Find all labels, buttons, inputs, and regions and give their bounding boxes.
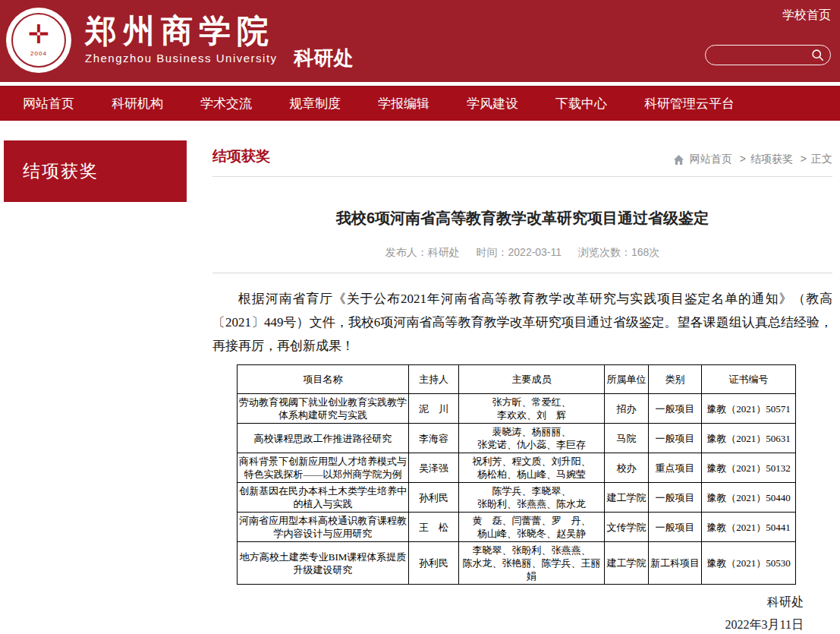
table-header-cell: 主持人: [409, 365, 459, 394]
search-icon[interactable]: [811, 49, 824, 62]
university-name-cn: 郑州商学院: [85, 14, 278, 49]
cell-unit: 招办: [605, 394, 649, 424]
cell-certificate: 豫教（2021）50132: [702, 453, 796, 483]
nav-item[interactable]: 下载中心: [555, 95, 607, 112]
nav-item[interactable]: 科研机构: [112, 95, 163, 112]
cell-category: 一般项目: [649, 394, 702, 424]
article-publisher: 发布人：科研处: [385, 246, 460, 258]
signature-date: 2022年3月11日: [212, 617, 832, 633]
breadcrumb-separator: >: [740, 153, 746, 165]
nav-item[interactable]: 网站首页: [23, 95, 74, 112]
cell-certificate: 豫教（2021）50441: [702, 513, 796, 542]
cell-members: 李晓翠、张盼利、张燕燕、 陈水龙、张艳丽、陈学兵、王丽娟: [459, 542, 605, 585]
breadcrumb-link[interactable]: 正文: [811, 153, 832, 165]
signature: 科研处: [212, 595, 832, 610]
cell-host: 王 松: [409, 513, 459, 542]
cell-host: 孙利民: [409, 542, 459, 585]
cell-certificate: 豫教（2021）50440: [702, 483, 796, 513]
department-name: 科研处: [294, 45, 354, 73]
cell-unit: 建工学院: [605, 542, 649, 585]
cell-unit: 建工学院: [605, 483, 649, 513]
table-row: 地方高校土建类专业BIM课程体系提质 升级建设研究 孙利民 李晓翠、张盼利、张燕…: [238, 542, 796, 585]
logo-year: 2004: [6, 50, 71, 57]
cell-members: 祝利芳、程文质、刘升阳、 杨松柏、杨山峰、马婉莹: [459, 453, 605, 483]
section-head: 结项获奖 网站首页 >结项获奖 >正文: [212, 140, 832, 177]
sidebar-item-completion-awards[interactable]: 结项获奖: [4, 140, 187, 202]
cell-unit: 文传学院: [605, 513, 649, 542]
search-input[interactable]: [715, 49, 811, 61]
nav-item[interactable]: 学报编辑: [378, 95, 429, 112]
nav-item[interactable]: 学风建设: [467, 95, 518, 112]
cell-project-name: 创新基因在民办本科土木类学生培养中 的植入与实践: [238, 483, 409, 513]
sidebar: 结项获奖: [4, 140, 187, 202]
cell-project-name: 河南省应用型本科高校通识教育课程教 学内容设计与应用研究: [238, 513, 409, 542]
table-row: 劳动教育视阈下就业创业教育实践教学 体系构建研究与实践 泥 川 张方昕、常爱红、…: [238, 394, 796, 424]
article-title: 我校6项河南省高等教育教学改革研究项目通过省级鉴定: [212, 208, 832, 229]
cell-category: 一般项目: [649, 513, 702, 542]
university-logo-icon: ✛ 2004: [6, 8, 71, 73]
school-home-link[interactable]: 学校首页: [782, 8, 831, 24]
breadcrumb-items: 网站首页 >结项获奖 >正文: [690, 153, 832, 166]
cell-category: 一般项目: [649, 424, 702, 453]
university-name-en: Zhengzhou Business University: [85, 52, 278, 65]
cell-members: 黄 磊、闫蕾蕾、罗 丹、 杨山峰、张晓冬、赵吴静: [459, 513, 605, 542]
article-paragraph: 根据河南省育厅《关于公布2021年河南省高等教育教学改革研究与实践项目鉴定名单的…: [212, 287, 832, 358]
nav-item[interactable]: 规章制度: [289, 95, 341, 112]
table-header-row: 项目名称 主持人 主要成员 所属单位 类别 证书编号: [238, 365, 796, 394]
nav-item[interactable]: 学术交流: [200, 95, 252, 112]
projects-table: 项目名称 主持人 主要成员 所属单位 类别 证书编号: [237, 364, 796, 585]
cell-certificate: 豫教（2021）50571: [702, 394, 796, 424]
cell-host: 李海容: [409, 424, 459, 453]
article-meta: 发布人：科研处 时间：2022-03-11 浏览次数：168次: [212, 246, 832, 260]
cell-members: 裴晓涛、杨丽丽、 张党诺、仇小蕊、李巨存: [459, 424, 605, 453]
cell-unit: 校办: [605, 453, 649, 483]
brand-text: 郑州商学院 Zhengzhou Business University: [85, 8, 278, 65]
table-row: 创新基因在民办本科土木类学生培养中 的植入与实践 孙利民 陈学兵、李晓翠、 张盼…: [238, 483, 796, 513]
article-views: 浏览次数：168次: [578, 246, 659, 258]
article-time: 时间：2022-03-11: [477, 246, 562, 258]
table-header-cell: 证书编号: [702, 365, 796, 394]
nav-item[interactable]: 科研管理云平台: [644, 95, 735, 112]
cell-unit: 马院: [605, 424, 649, 453]
table-header-cell: 主要成员: [459, 365, 605, 394]
main-panel: 结项获奖 网站首页 >结项获奖 >正文 我校6项河南省高等教育教学改革研究项目通…: [212, 140, 832, 634]
table-header-cell: 所属单位: [605, 365, 649, 394]
breadcrumb-separator: >: [801, 153, 807, 165]
table-row: 高校课程思政工作推进路径研究 李海容 裴晓涛、杨丽丽、 张党诺、仇小蕊、李巨存 …: [238, 424, 796, 453]
article: 我校6项河南省高等教育教学改革研究项目通过省级鉴定 发布人：科研处 时间：202…: [212, 208, 832, 634]
table-row: 商科背景下创新应用型人才培养模式与 特色实践探析——以郑州商学院为例 吴泽强 祝…: [238, 453, 796, 483]
cell-project-name: 劳动教育视阈下就业创业教育实践教学 体系构建研究与实践: [238, 394, 409, 424]
breadcrumb-link[interactable]: 网站首页: [690, 153, 732, 165]
logo-emblem-icon: ✛: [6, 20, 71, 49]
cell-host: 吴泽强: [409, 453, 459, 483]
section-title: 结项获奖: [212, 147, 270, 166]
cell-members: 陈学兵、李晓翠、 张盼利、张燕燕、陈水龙: [459, 483, 605, 513]
main-nav: 网站首页 科研机构 学术交流 规章制度 学报编辑 学风建设 下载中心 科研管理云…: [0, 86, 840, 121]
cell-certificate: 豫教（2021）50631: [702, 424, 796, 453]
cell-project-name: 地方高校土建类专业BIM课程体系提质 升级建设研究: [238, 542, 409, 585]
meta-divider: [212, 273, 832, 273]
cell-host: 泥 川: [409, 394, 459, 424]
cell-project-name: 高校课程思政工作推进路径研究: [238, 424, 409, 453]
site-header: 学校首页 ✛ 2004 郑州商学院 Zhengzhou Business Uni…: [0, 0, 840, 82]
search-box[interactable]: [705, 45, 831, 65]
cell-category: 一般项目: [649, 483, 702, 513]
cell-members: 张方昕、常爱红、 李欢欢、刘 辉: [459, 394, 605, 424]
cell-certificate: 豫教（2021）50530: [702, 542, 796, 585]
home-icon[interactable]: [673, 154, 684, 166]
breadcrumb-link[interactable]: 结项获奖: [750, 153, 793, 165]
cell-project-name: 商科背景下创新应用型人才培养模式与 特色实践探析——以郑州商学院为例: [238, 453, 409, 483]
cell-category: 重点项目: [649, 453, 702, 483]
content: 结项获奖 结项获奖 网站首页 >结项获奖 >正文: [0, 121, 840, 634]
table-header-cell: 项目名称: [238, 365, 409, 394]
cell-host: 孙利民: [409, 483, 459, 513]
breadcrumb: 网站首页 >结项获奖 >正文: [673, 153, 832, 166]
table-row: 河南省应用型本科高校通识教育课程教 学内容设计与应用研究 王 松 黄 磊、闫蕾蕾…: [238, 513, 796, 542]
table-header-cell: 类别: [649, 365, 702, 394]
cell-category: 新工科项目: [649, 542, 702, 585]
